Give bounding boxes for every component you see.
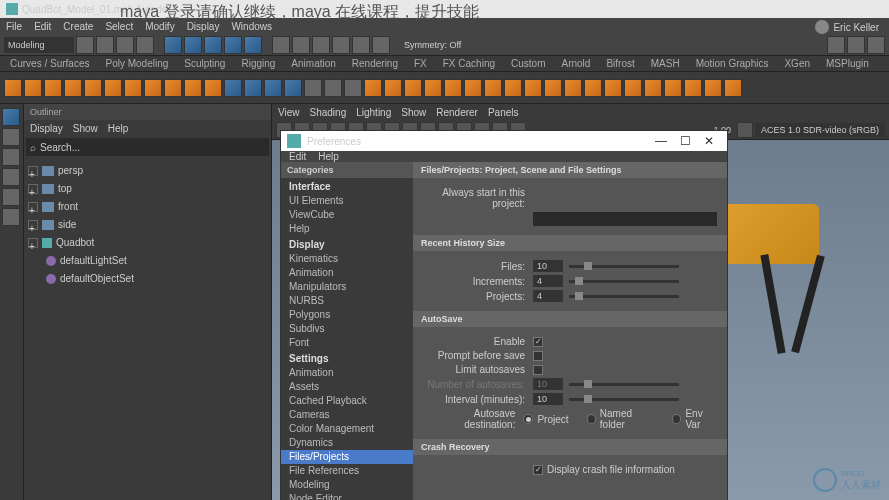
tool-icon[interactable]	[224, 36, 242, 54]
projects-input[interactable]: 4	[533, 290, 563, 302]
shelf-icon[interactable]	[344, 79, 362, 97]
category-item[interactable]: Color Management	[281, 422, 413, 436]
shelf-tab[interactable]: Rigging	[237, 58, 279, 69]
shelf-icon[interactable]	[484, 79, 502, 97]
expand-icon[interactable]: +	[28, 220, 38, 230]
shelf-icon[interactable]	[104, 79, 122, 97]
shelf-icon[interactable]	[704, 79, 722, 97]
outliner-item[interactable]: +side	[28, 216, 267, 234]
projects-slider[interactable]	[569, 295, 679, 298]
category-item[interactable]: Cached Playback	[281, 394, 413, 408]
shelf-tab[interactable]: Custom	[507, 58, 549, 69]
files-input[interactable]: 10	[533, 260, 563, 272]
scale-tool-icon[interactable]	[2, 208, 20, 226]
category-item[interactable]: Font	[281, 336, 413, 350]
shelf-icon[interactable]	[264, 79, 282, 97]
category-item[interactable]: Modeling	[281, 478, 413, 492]
tool-icon[interactable]	[332, 36, 350, 54]
outliner-item[interactable]: defaultLightSet	[28, 252, 267, 270]
files-slider[interactable]	[569, 265, 679, 268]
menu-edit[interactable]: Edit	[34, 21, 51, 32]
category-item[interactable]: Dynamics	[281, 436, 413, 450]
shelf-tab[interactable]: Bifrost	[602, 58, 638, 69]
shelf-icon[interactable]	[684, 79, 702, 97]
shelf-icon[interactable]	[384, 79, 402, 97]
shelf-icon[interactable]	[624, 79, 642, 97]
shelf-icon[interactable]	[84, 79, 102, 97]
increments-input[interactable]: 4	[533, 275, 563, 287]
shelf-icon[interactable]	[244, 79, 262, 97]
shelf-tab[interactable]: Animation	[287, 58, 339, 69]
category-item[interactable]: Node Editor	[281, 492, 413, 500]
outliner-search[interactable]: ⌕ Search...	[26, 138, 269, 156]
category-item[interactable]: Display	[281, 236, 413, 252]
category-item[interactable]: Interface	[281, 178, 413, 194]
vp-menu-lighting[interactable]: Lighting	[356, 107, 391, 118]
shelf-tab[interactable]: Rendering	[348, 58, 402, 69]
shelf-tab[interactable]: Arnold	[557, 58, 594, 69]
symmetry-label[interactable]: Symmetry: Off	[404, 40, 461, 50]
shelf-icon[interactable]	[404, 79, 422, 97]
expand-icon[interactable]: +	[28, 166, 38, 176]
shelf-icon[interactable]	[544, 79, 562, 97]
category-item[interactable]: Settings	[281, 350, 413, 366]
shelf-icon[interactable]	[604, 79, 622, 97]
outliner-menu-display[interactable]: Display	[30, 123, 63, 134]
shelf-icon[interactable]	[224, 79, 242, 97]
category-item[interactable]: File References	[281, 464, 413, 478]
category-item[interactable]: Subdivs	[281, 322, 413, 336]
category-item[interactable]: Files/Projects	[281, 450, 413, 464]
shelf-icon[interactable]	[24, 79, 42, 97]
menuset-dropdown[interactable]: Modeling	[4, 37, 74, 53]
shelf-icon[interactable]	[724, 79, 742, 97]
shelf-icon[interactable]	[564, 79, 582, 97]
menu-file[interactable]: File	[6, 21, 22, 32]
shelf-tab[interactable]: Curves / Surfaces	[6, 58, 93, 69]
move-tool-icon[interactable]	[2, 168, 20, 186]
category-item[interactable]: ViewCube	[281, 208, 413, 222]
outliner-item[interactable]: +Quadbot	[28, 234, 267, 252]
dialog-titlebar[interactable]: Preferences — ☐ ✕	[281, 131, 727, 151]
shelf-icon[interactable]	[124, 79, 142, 97]
menu-create[interactable]: Create	[63, 21, 93, 32]
shelf-icon[interactable]	[304, 79, 322, 97]
tool-icon[interactable]	[847, 36, 865, 54]
shelf-tab[interactable]: Sculpting	[180, 58, 229, 69]
colorspace-display[interactable]: ACES 1.0 SDR-video (sRGB)	[755, 123, 885, 137]
prefs-menu-edit[interactable]: Edit	[289, 151, 306, 162]
numsaves-input[interactable]: 10	[533, 378, 563, 390]
vp-menu-view[interactable]: View	[278, 107, 300, 118]
expand-icon[interactable]: +	[28, 184, 38, 194]
shelf-tab[interactable]: FX	[410, 58, 431, 69]
tool-icon[interactable]	[312, 36, 330, 54]
tool-icon[interactable]	[96, 36, 114, 54]
tool-icon[interactable]	[352, 36, 370, 54]
shelf-icon[interactable]	[144, 79, 162, 97]
shelf-icon[interactable]	[164, 79, 182, 97]
category-item[interactable]: Animation	[281, 366, 413, 380]
category-item[interactable]: UI Elements	[281, 194, 413, 208]
tool-icon[interactable]	[244, 36, 262, 54]
vp-tool-icon[interactable]	[737, 122, 753, 138]
maximize-button[interactable]: ☐	[673, 131, 697, 151]
shelf-icon[interactable]	[284, 79, 302, 97]
outliner-item[interactable]: +front	[28, 198, 267, 216]
dest-env-radio[interactable]	[672, 414, 681, 424]
prefs-menu-help[interactable]: Help	[318, 151, 339, 162]
shelf-icon[interactable]	[664, 79, 682, 97]
outliner-menu-show[interactable]: Show	[73, 123, 98, 134]
shelf-icon[interactable]	[424, 79, 442, 97]
shelf-tab[interactable]: Poly Modeling	[101, 58, 172, 69]
vp-menu-renderer[interactable]: Renderer	[436, 107, 478, 118]
category-item[interactable]: Help	[281, 222, 413, 236]
shelf-tab[interactable]: FX Caching	[439, 58, 499, 69]
project-path-input[interactable]	[533, 212, 717, 226]
category-item[interactable]: NURBS	[281, 294, 413, 308]
category-item[interactable]: Animation	[281, 266, 413, 280]
outliner-item[interactable]: +persp	[28, 162, 267, 180]
tool-icon[interactable]	[136, 36, 154, 54]
shelf-icon[interactable]	[324, 79, 342, 97]
tool-icon[interactable]	[76, 36, 94, 54]
vp-menu-shading[interactable]: Shading	[310, 107, 347, 118]
outliner-item[interactable]: defaultObjectSet	[28, 270, 267, 288]
